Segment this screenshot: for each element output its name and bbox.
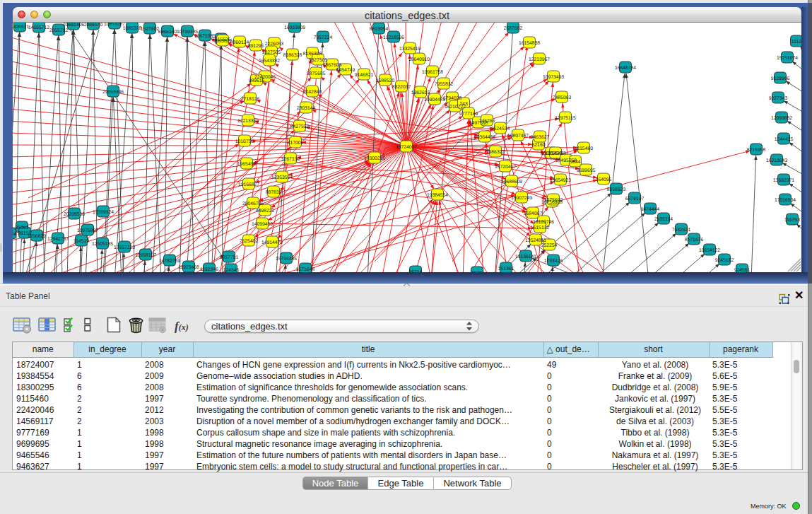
svg-text:15751074: 15751074 (777, 56, 798, 61)
svg-text:8860124: 8860124 (230, 40, 249, 45)
svg-text:2069140: 2069140 (84, 23, 103, 28)
svg-text:14099469: 14099469 (252, 222, 273, 227)
svg-text:9857791: 9857791 (220, 255, 239, 260)
svg-text:95716: 95716 (409, 270, 423, 273)
svg-text:1075692: 1075692 (544, 198, 563, 203)
svg-text:15136141: 15136141 (515, 255, 536, 259)
svg-text:18300295: 18300295 (364, 156, 385, 161)
svg-text:2935114: 2935114 (654, 217, 673, 222)
svg-text:17359924: 17359924 (93, 210, 114, 215)
svg-text:9242848: 9242848 (303, 90, 322, 95)
svg-text:19166827: 19166827 (238, 182, 259, 187)
svg-text:9115460: 9115460 (575, 146, 593, 151)
svg-text:2226053: 2226053 (265, 42, 284, 47)
svg-text:9699695: 9699695 (577, 168, 596, 173)
svg-text:19904483: 19904483 (424, 98, 445, 103)
svg-text:3684067: 3684067 (524, 211, 543, 216)
svg-text:29053346: 29053346 (102, 90, 124, 95)
svg-text:10975867: 10975867 (77, 228, 98, 233)
svg-text:9327505: 9327505 (309, 58, 328, 63)
svg-text:16210643: 16210643 (766, 158, 787, 163)
svg-text:7625402: 7625402 (240, 239, 259, 244)
svg-text:16120746: 16120746 (533, 220, 554, 225)
svg-text:19384554: 19384554 (427, 193, 448, 198)
svg-text:13325419: 13325419 (399, 47, 420, 52)
svg-text:18724007: 18724007 (396, 145, 417, 150)
svg-text:1965498: 1965498 (237, 162, 257, 167)
svg-text:39154: 39154 (13, 232, 17, 237)
svg-text:4498222: 4498222 (256, 209, 275, 214)
svg-text:10688609: 10688609 (501, 180, 522, 185)
svg-text:1156829: 1156829 (28, 234, 46, 239)
svg-text:12093832: 12093832 (771, 116, 792, 121)
svg-text:12942737: 12942737 (47, 237, 69, 242)
svg-text:14914479: 14914479 (261, 240, 283, 245)
svg-text:17957223: 17957223 (114, 245, 135, 250)
svg-text:1010755: 1010755 (235, 139, 254, 144)
svg-text:19218596: 19218596 (383, 35, 404, 40)
svg-text:20364436: 20364436 (474, 135, 495, 140)
svg-text:8471676: 8471676 (685, 238, 704, 243)
svg-text:2718126: 2718126 (241, 97, 260, 102)
svg-text:2867608: 2867608 (323, 63, 342, 68)
svg-text:9146821: 9146821 (355, 73, 374, 78)
svg-text:116753: 116753 (784, 218, 800, 223)
svg-text:887833: 887833 (266, 190, 282, 195)
svg-text:1588520: 1588520 (376, 78, 395, 83)
svg-text:1112: 1112 (792, 40, 801, 45)
svg-text:6794028: 6794028 (443, 96, 462, 101)
svg-text:1244415: 1244415 (775, 137, 794, 142)
svg-text:16154838: 16154838 (519, 41, 540, 46)
svg-text:8322037: 8322037 (392, 85, 411, 90)
svg-text:1733426: 1733426 (544, 259, 563, 264)
svg-text:1362615: 1362615 (411, 90, 430, 95)
svg-text:8454749: 8454749 (336, 68, 355, 73)
svg-text:7986322: 7986322 (486, 150, 505, 155)
svg-text:8215958: 8215958 (747, 148, 766, 153)
svg-text:16543382: 16543382 (259, 59, 280, 64)
svg-text:13692971: 13692971 (773, 178, 794, 183)
svg-text:12505135: 12505135 (92, 242, 113, 247)
svg-text:3267130: 3267130 (281, 157, 300, 162)
svg-text:151361: 151361 (498, 267, 514, 271)
svg-text:14055712: 14055712 (28, 25, 49, 30)
svg-text:1192346: 1192346 (200, 267, 218, 272)
svg-text:20691406: 20691406 (63, 23, 84, 28)
svg-text:1085328: 1085328 (123, 26, 142, 31)
svg-text:10853287: 10853287 (104, 23, 125, 27)
svg-text:7485063: 7485063 (553, 95, 572, 100)
svg-text:12353594: 12353594 (271, 175, 293, 180)
svg-text:9129966: 9129966 (771, 76, 790, 81)
svg-text:10807487: 10807487 (507, 134, 529, 139)
svg-text:3624534: 3624534 (491, 127, 510, 132)
svg-text:9327505: 9327505 (262, 50, 281, 55)
svg-text:114519: 114519 (73, 239, 89, 244)
svg-text:164095: 164095 (596, 177, 612, 182)
svg-text:2687682: 2687682 (504, 26, 523, 31)
svg-text:10654122: 10654122 (699, 248, 720, 253)
svg-text:1527602: 1527602 (141, 27, 160, 32)
svg-text:17016504: 17016504 (775, 198, 796, 203)
svg-text:8427552: 8427552 (290, 124, 310, 129)
svg-text:8186328: 8186328 (303, 52, 322, 57)
svg-text:20046766: 20046766 (242, 201, 264, 206)
svg-text:15720407: 15720407 (495, 165, 516, 170)
svg-text:13524851: 13524851 (525, 238, 546, 243)
svg-text:1571648: 1571648 (296, 267, 315, 272)
svg-text:2803144: 2803144 (297, 106, 316, 111)
svg-text:8813054: 8813054 (370, 27, 389, 32)
svg-text:243: 243 (459, 102, 468, 107)
svg-text:7955812: 7955812 (435, 82, 454, 87)
svg-text:7632621: 7632621 (672, 228, 691, 233)
svg-text:10973493: 10973493 (543, 75, 564, 80)
svg-text:12975115: 12975115 (555, 116, 576, 121)
svg-text:35061: 35061 (16, 226, 29, 230)
svg-text:62160: 62160 (532, 143, 546, 148)
svg-text:8938923: 8938923 (607, 187, 626, 192)
svg-text:9571: 9571 (471, 271, 482, 273)
svg-text:10958107: 10958107 (135, 253, 156, 258)
svg-text:7663822: 7663822 (213, 39, 233, 44)
svg-text:18907249: 18907249 (511, 196, 532, 201)
svg-text:1405571: 1405571 (13, 25, 29, 30)
svg-text:6966160: 6966160 (158, 30, 177, 35)
